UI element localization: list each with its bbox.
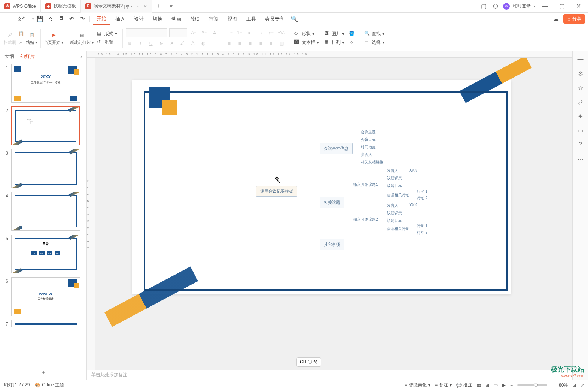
window-minimize[interactable]: — [539,1,552,12]
app-tab-template[interactable]: ◆ 找稻壳模板 [41,0,81,13]
mindmap-node[interactable]: 其它事项 [320,239,344,250]
mindmap-object[interactable]: 通用会议纪要模板 会议基本信息 相关议题 其它事项 会议主题 会议目标 时间地点… [256,114,496,275]
mindmap-leaf[interactable]: 发言人 [387,203,398,208]
zoom-in-icon[interactable]: + [552,383,554,388]
collapse-panel-icon[interactable]: ‹ [80,54,82,60]
help-icon[interactable]: ? [576,140,585,149]
star-icon[interactable]: ☆ [576,83,585,92]
font-color-icon[interactable]: A [189,39,197,48]
mindmap-leaf[interactable]: 会后相关行动 [387,193,409,198]
align-left-icon[interactable]: ≡ [225,39,233,48]
mindmap-leaf[interactable]: 相关文档链接 [361,160,383,165]
view-reading-icon[interactable]: ▭ [494,383,498,388]
line-spacing-icon[interactable]: ↕≡ [267,29,275,37]
numbering-icon[interactable]: 1≡ [235,29,244,37]
align-right-icon[interactable]: ≡ [246,39,254,48]
app-tab-wps[interactable]: W WPS Office [0,0,41,13]
mindmap-leaf[interactable]: 时间地点 [361,145,376,150]
login-label[interactable]: 临时登录 [513,3,531,9]
mindmap-leaf[interactable]: 会议主题 [361,130,376,135]
grow-font-icon[interactable]: A⁺ [189,29,198,37]
text-fill-icon[interactable]: ◐ [199,39,207,48]
vertical-ruler[interactable]: 1 0 1 2 3 4 5 6 7 8 9 [87,58,95,370]
theme-indicator[interactable]: 🎨 Office 主题 [35,382,64,388]
mindmap-leaf[interactable]: 行动 2 [417,230,427,235]
fit-icon[interactable]: ⊡ [572,383,576,388]
indent-inc-icon[interactable]: ⇥ [256,29,265,37]
add-tab-button[interactable]: ＋ [152,2,165,10]
horizontal-ruler[interactable]: 16 15 14 13 12 11 10 9 8 7 6 5 4 3 2 1 0… [87,51,572,58]
outline-color-icon[interactable]: ◊ [347,39,356,47]
highlight-icon[interactable]: 🖍 [178,39,186,48]
slides-list[interactable]: 1 20XX 工作总结汇报PPT模板 2 ━━ ┬ ━ ├ ━ └ ━ 3 [0,62,86,365]
slide-thumbnail-1[interactable]: 1 20XX 工作总结汇报PPT模板 [3,64,83,103]
bold-icon[interactable]: B [126,39,134,48]
view-normal-icon[interactable]: ▦ [477,383,481,388]
view-slideshow-icon[interactable]: ▶ [502,383,506,388]
mindmap-leaf[interactable]: 发言人 [387,168,398,173]
zoom-out-icon[interactable]: − [510,383,513,388]
more-icon[interactable]: ⋯ [576,154,585,163]
shape-button[interactable]: ◇形状 ▾ [292,30,321,38]
textbox-button[interactable]: 🅰文本框 ▾ [292,39,321,46]
mindmap-leaf[interactable]: 输入具体议题2 [353,217,378,222]
align-center-icon[interactable]: ≡ [235,39,244,48]
book-icon[interactable]: ▭ [576,126,585,135]
copy-icon[interactable]: 📋 [17,30,25,38]
slide-thumbnail-5[interactable]: 5 目录 01 02 03 04 [3,235,83,273]
align-justify-icon[interactable]: ≡ [256,39,265,48]
print-preview-icon[interactable]: 🖶 [57,14,65,24]
zoom-level[interactable]: 80% [559,383,568,388]
find-button[interactable]: 🔍查找 ▾ [362,30,387,38]
mindmap-node[interactable]: 会议基本信息 [320,143,353,154]
font-size-select[interactable] [169,28,187,37]
tab-view[interactable]: 视图 [224,13,241,25]
save-icon[interactable]: 💾 [36,14,45,24]
zoom-slider[interactable] [517,384,547,386]
layout-button[interactable]: ▤版式 ▾ [95,30,119,38]
indent-dec-icon[interactable]: ⇤ [246,29,254,37]
align-distribute-icon[interactable]: ≡ [267,39,275,48]
text-effect-icon[interactable]: A [168,39,176,48]
tab-transition[interactable]: 切换 [149,13,166,25]
beautify-button[interactable]: ≡ 智能美化 ▾ [405,382,430,388]
slide-thumbnail-3[interactable]: 3 [3,149,83,188]
notes-pane[interactable]: 单击此处添加备注 [87,370,572,380]
layout-icon[interactable]: ▢ [479,2,488,11]
canvas-viewport[interactable]: 通用会议纪要模板 会议基本信息 相关议题 其它事项 会议主题 会议目标 时间地点… [95,58,572,370]
tab-list-button[interactable]: ▾ [165,3,177,10]
minus-icon[interactable]: — [576,55,585,64]
mindmap-node[interactable]: 相关议题 [320,197,344,208]
start-current-button[interactable]: ▶ 当页开始 ▾ [44,31,64,45]
ime-indicator[interactable]: CH 〇 简 [296,357,321,367]
expand-icon[interactable]: ⤢ [581,383,584,388]
paste-button[interactable]: 📋 粘贴 ▾ [26,31,37,45]
print-icon[interactable]: 🖨 [46,14,55,24]
app-tab-document[interactable]: P 演示文稿素材2.pptx ▫ ✕ [81,0,152,13]
tab-animation[interactable]: 动画 [168,13,185,25]
login-dropdown-icon[interactable]: ▾ [534,4,536,8]
window-maximize[interactable]: ▢ [555,1,569,12]
reset-button[interactable]: ↺重置 [95,39,119,46]
slide-thumbnail-6[interactable]: 6 PART 01 工作情况概述 [3,277,83,316]
slides-tab[interactable]: 幻灯片 [20,53,35,60]
transfer-icon[interactable]: ⇄ [576,97,585,106]
cut-icon[interactable]: ✂ [17,39,25,47]
slide-thumbnail-7[interactable]: 7 [3,320,83,327]
mindmap-root[interactable]: 通用会议纪要模板 [256,186,297,197]
tab-tools[interactable]: 工具 [243,13,260,25]
notes-toggle[interactable]: ≡ 备注 ▾ [435,382,452,388]
tab-slideshow[interactable]: 放映 [186,13,204,25]
mindmap-leaf[interactable]: 议题背景 [387,176,402,181]
select-button[interactable]: ▭选择 ▾ [362,39,387,46]
mindmap-leaf[interactable]: XXX [409,168,417,172]
file-dropdown-icon[interactable]: ▾ [32,17,34,21]
mindmap-leaf[interactable]: XXX [409,203,417,207]
window-close[interactable]: ✕ [572,1,585,12]
comments-toggle[interactable]: 💬 批注 [456,382,472,388]
mindmap-leaf[interactable]: 行动 1 [417,189,427,194]
mindmap-leaf[interactable]: 会议目标 [361,137,376,142]
clear-format-icon[interactable]: A̶ [210,29,219,37]
mindmap-leaf[interactable]: 输入具体议题1 [353,182,378,187]
cloud-icon[interactable]: ☁ [551,14,560,24]
